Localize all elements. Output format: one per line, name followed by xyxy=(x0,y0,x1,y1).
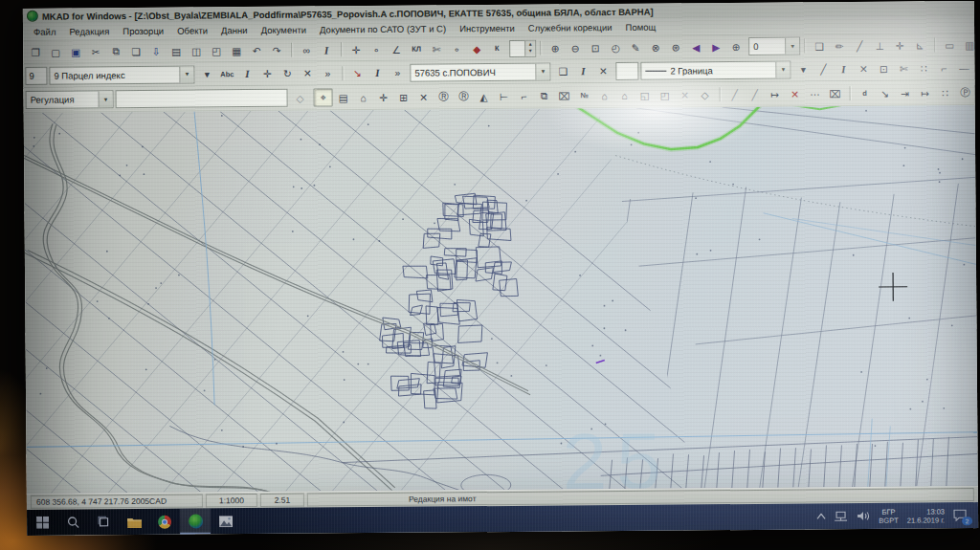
measure-span-button[interactable]: ↦ xyxy=(766,85,785,103)
copy-parcel-button[interactable]: ⧉ xyxy=(535,87,554,105)
direction-button[interactable]: ↘ xyxy=(875,84,894,102)
region-button[interactable]: ◱ xyxy=(635,86,655,104)
delete-doc-button[interactable]: ✕ xyxy=(593,62,612,80)
linetype-dropdown-button[interactable]: ▾ xyxy=(793,60,813,78)
width-spinner[interactable]: ▲▼ xyxy=(509,39,536,56)
map-canvas[interactable]: 25 xyxy=(24,105,978,494)
italic-attr-button[interactable]: I xyxy=(368,63,387,81)
zoom-object-button[interactable]: ⊗ xyxy=(646,38,665,56)
undo-button[interactable]: ↶ xyxy=(247,41,266,59)
find-button[interactable]: ∞ xyxy=(297,41,316,59)
layer-dropdown-button[interactable]: ▾ xyxy=(197,65,216,83)
delete-measure-button[interactable]: ✕ xyxy=(786,85,805,103)
import-button[interactable]: ⇩ xyxy=(146,42,166,60)
cadastral-map[interactable]: 25 xyxy=(24,105,978,494)
notification-center-button[interactable]: 2 xyxy=(953,508,970,523)
task-view-button[interactable] xyxy=(88,509,119,535)
delete-parcel-button[interactable]: ✕ xyxy=(414,88,434,106)
print-button[interactable]: ▤ xyxy=(167,42,186,60)
densify-button[interactable]: ∷ xyxy=(914,59,933,77)
info-italic-button[interactable]: I xyxy=(317,40,336,58)
menu-item-9[interactable]: Помощ xyxy=(619,20,663,34)
node-point-button[interactable]: ∘ xyxy=(447,39,466,57)
register-button[interactable]: Ⓡ xyxy=(434,87,454,105)
snip-button[interactable]: ✄ xyxy=(427,39,446,57)
zoom-pen-button[interactable]: ✎ xyxy=(626,38,645,56)
new-sheet-button[interactable]: ❑ xyxy=(810,36,829,55)
hatch-button[interactable]: ╱ xyxy=(850,36,869,55)
rotate-text-button[interactable]: ↻ xyxy=(278,64,297,82)
marker-button[interactable]: ◆ xyxy=(467,39,486,57)
slope-line-button[interactable]: ↘ xyxy=(347,64,367,82)
move-parcel-button[interactable]: ✛ xyxy=(374,88,393,106)
menu-item-0[interactable]: Файл xyxy=(27,25,62,39)
house-button[interactable]: ⌂ xyxy=(595,86,614,104)
menu-item-5[interactable]: Документи xyxy=(255,23,314,37)
remove-button[interactable]: ✕ xyxy=(676,85,695,103)
line-italic-button[interactable]: I xyxy=(834,60,853,78)
parallel-alt-button[interactable]: ╱ xyxy=(746,85,765,103)
register-alt-button[interactable]: Ⓡ xyxy=(455,87,474,105)
zoom-previous-button[interactable]: ◴ xyxy=(606,38,625,56)
move-text-button[interactable]: ✛ xyxy=(257,64,277,82)
linetype-combo[interactable]: 2 Граница ▾ xyxy=(640,60,791,79)
italic-doc-button[interactable]: I xyxy=(573,62,592,80)
layer-number-field[interactable]: 9 xyxy=(25,66,47,84)
start-button[interactable] xyxy=(27,510,57,536)
layer-combo[interactable]: 9 Парцел индекс ▾ xyxy=(49,65,194,84)
new-doc-button[interactable]: ❏ xyxy=(553,62,572,80)
zoom-window-button[interactable]: ⊡ xyxy=(586,38,605,56)
print-preview-button[interactable]: ◫ xyxy=(187,41,206,59)
pan-left-button[interactable]: ◀ xyxy=(686,37,705,55)
file-explorer-button[interactable] xyxy=(119,509,149,535)
insert-vertex-button[interactable]: ⊥ xyxy=(870,36,889,55)
dashes-button[interactable]: ⋯ xyxy=(806,84,825,102)
extend-measure-button[interactable]: ⇥ xyxy=(895,84,914,102)
corner-button[interactable]: ⌐ xyxy=(934,59,953,77)
area-button[interactable]: ◭ xyxy=(475,87,494,105)
photos-button[interactable] xyxy=(211,508,241,534)
corner-button-2[interactable]: ⌐ xyxy=(515,87,534,105)
delete-text-button[interactable]: ✕ xyxy=(298,64,317,82)
italic-text-button[interactable]: I xyxy=(237,64,256,82)
parallel-button[interactable]: ╱ xyxy=(725,85,745,103)
crosshair-button[interactable]: ✛ xyxy=(346,40,366,58)
redo-button[interactable]: ↷ xyxy=(267,41,286,59)
menu-item-6[interactable]: Документи по САТО (ЗУТ и С) xyxy=(313,21,453,36)
building-button[interactable]: ⌂ xyxy=(354,88,373,106)
chrome-button[interactable] xyxy=(149,509,180,535)
copy-button[interactable]: ⧉ xyxy=(106,42,125,60)
cross-delete-button[interactable]: ⌧ xyxy=(826,84,845,102)
menu-item-4[interactable]: Данни xyxy=(214,23,255,37)
tray-chevron-up-icon[interactable] xyxy=(816,513,826,519)
clear-parcel-button[interactable]: ⌧ xyxy=(555,86,574,104)
box-select-button[interactable]: ⊡ xyxy=(874,59,893,77)
p-boxed-button[interactable]: Ⓟ xyxy=(955,83,974,101)
zoom-scale-button[interactable]: ⊕ xyxy=(726,37,746,55)
select-parcel-button[interactable]: ⌖ xyxy=(314,88,333,106)
menu-item-1[interactable]: Редакция xyxy=(62,24,116,38)
network-icon[interactable] xyxy=(835,511,849,521)
menu-item-3[interactable]: Обекти xyxy=(170,23,214,37)
new-window-button[interactable]: ▢ xyxy=(46,43,65,61)
zoom-level-combo[interactable]: 0 ▾ xyxy=(748,37,800,55)
ekatte-combo[interactable]: 57635 с.ПОПОВИЧ ▾ xyxy=(410,62,550,81)
zoom-in-button[interactable]: ⊕ xyxy=(546,38,565,56)
split-line-button[interactable]: ✄ xyxy=(894,59,913,77)
taskbar-search-button[interactable] xyxy=(57,509,88,535)
angle-measure-button[interactable]: ∠ xyxy=(387,40,406,58)
frame-button[interactable]: ▭ xyxy=(940,35,959,54)
kl-mode-button[interactable]: КЛ xyxy=(407,40,426,58)
diamond-snap-button[interactable]: ◇ xyxy=(291,89,310,107)
menu-item-7[interactable]: Инструменти xyxy=(453,21,522,36)
spinner-arrows-icon[interactable]: ▲▼ xyxy=(524,40,535,55)
delete-line-button[interactable]: ✕ xyxy=(854,59,873,77)
zoom-extents-button[interactable]: ⊛ xyxy=(666,37,685,55)
segment-button[interactable]: — xyxy=(954,59,973,77)
menu-item-2[interactable]: Прозорци xyxy=(116,24,170,38)
k-mode-button[interactable]: К xyxy=(487,39,506,57)
region-alt-button[interactable]: ◰ xyxy=(656,86,675,104)
grid-button[interactable]: ▥ xyxy=(960,35,974,54)
cut-button[interactable]: ✂ xyxy=(86,42,105,60)
corner-plus-button[interactable]: ⊢ xyxy=(495,87,514,105)
